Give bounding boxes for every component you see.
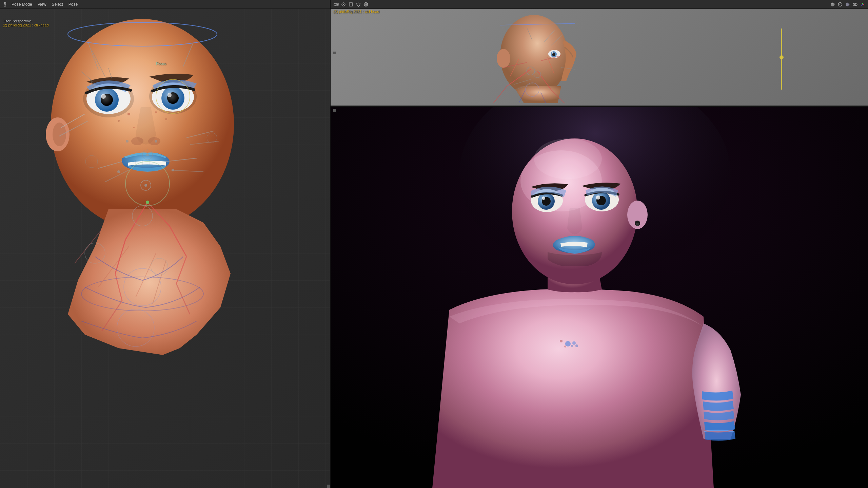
svg-point-22 xyxy=(155,111,157,113)
object-label: (2) philoRig.2021 : ctrl-head xyxy=(3,23,49,27)
gizmo-icon[interactable] xyxy=(859,1,866,8)
svg-point-141 xyxy=(575,344,578,347)
shading-material-icon[interactable] xyxy=(837,1,844,8)
viewport-separator-handle[interactable] xyxy=(333,52,336,54)
main-container: Pose Mode View Select Pose xyxy=(0,0,868,488)
svg-point-68 xyxy=(172,169,174,171)
svg-point-24 xyxy=(165,118,167,120)
svg-rect-80 xyxy=(349,3,353,6)
shading-solid-icon[interactable] xyxy=(829,1,836,8)
svg-point-95 xyxy=(497,49,510,68)
select-menu[interactable]: Select xyxy=(50,1,65,7)
pose-mode-label[interactable]: Pose Mode xyxy=(9,1,34,7)
rendered-character xyxy=(331,106,868,488)
svg-point-18 xyxy=(167,93,172,97)
svg-point-0 xyxy=(4,2,6,4)
svg-point-79 xyxy=(343,4,344,5)
profile-object-label: (2) philoRig.2021 : ctrl-head xyxy=(333,10,379,14)
shading-rendered-icon[interactable] xyxy=(844,1,851,8)
modifier-icon[interactable] xyxy=(355,1,362,8)
svg-point-19 xyxy=(131,137,143,145)
render-properties-icon[interactable] xyxy=(340,1,347,8)
profile-3d-render xyxy=(331,8,868,106)
header-left-items xyxy=(333,1,369,8)
svg-point-85 xyxy=(831,3,833,4)
profile-viewport-info: (2) philoRig.2021 : ctrl-head xyxy=(333,10,379,14)
svg-point-140 xyxy=(572,341,576,345)
svg-point-143 xyxy=(534,138,602,179)
material-icon[interactable] xyxy=(362,1,369,8)
right-bottom-viewport[interactable] xyxy=(331,106,868,488)
svg-point-70 xyxy=(155,140,157,143)
right-top-viewport[interactable]: (2) philoRig.2021 : ctrl-head xyxy=(331,0,868,106)
object-properties-icon[interactable] xyxy=(348,1,354,8)
svg-point-139 xyxy=(564,345,566,348)
svg-point-128 xyxy=(636,223,639,226)
view-menu[interactable]: View xyxy=(36,1,48,7)
svg-point-67 xyxy=(117,170,120,173)
svg-point-136 xyxy=(542,196,545,200)
header-right-items xyxy=(829,1,866,8)
svg-point-138 xyxy=(560,340,563,342)
svg-point-66 xyxy=(144,184,147,187)
pose-menu[interactable]: Pose xyxy=(66,1,80,7)
svg-point-132 xyxy=(596,195,600,200)
camera-icon[interactable] xyxy=(333,1,339,8)
svg-point-20 xyxy=(148,137,160,145)
right-panels: (2) philoRig.2021 : ctrl-head xyxy=(331,0,868,488)
bottom-viewport-handle[interactable] xyxy=(333,109,336,112)
svg-line-93 xyxy=(862,4,863,6)
svg-point-142 xyxy=(571,345,573,347)
svg-point-87 xyxy=(839,3,840,4)
viewport-info: User Perspective (2) philoRig.2021 : ctr… xyxy=(3,19,49,27)
svg-line-102 xyxy=(493,86,507,103)
right-top-viewport-header xyxy=(331,0,868,9)
perspective-label: User Perspective xyxy=(3,19,49,23)
svg-line-5 xyxy=(5,5,6,6)
svg-point-84 xyxy=(831,2,835,6)
svg-point-77 xyxy=(335,4,336,5)
svg-point-23 xyxy=(118,120,120,122)
overlay-icon[interactable] xyxy=(852,1,859,8)
svg-point-65 xyxy=(146,201,149,204)
svg-point-137 xyxy=(565,341,571,346)
svg-point-99 xyxy=(552,52,553,54)
svg-point-86 xyxy=(839,2,842,6)
svg-point-71 xyxy=(146,153,149,156)
svg-point-25 xyxy=(133,127,135,128)
character-3d-render xyxy=(0,9,331,488)
svg-point-14 xyxy=(101,94,106,99)
svg-point-21 xyxy=(127,113,130,115)
pose-mode-icon[interactable] xyxy=(2,1,8,7)
left-viewport[interactable]: Pose Mode View Select Pose xyxy=(0,0,331,488)
svg-point-121 xyxy=(780,55,784,59)
right-horizontal-separator xyxy=(331,106,868,107)
left-viewport-header: Pose Mode View Select Pose xyxy=(0,0,331,9)
left-3d-viewport[interactable]: Focus User Perspective (2) philoRig.2021… xyxy=(0,9,331,488)
main-vertical-separator xyxy=(330,0,331,488)
svg-point-69 xyxy=(126,140,129,143)
